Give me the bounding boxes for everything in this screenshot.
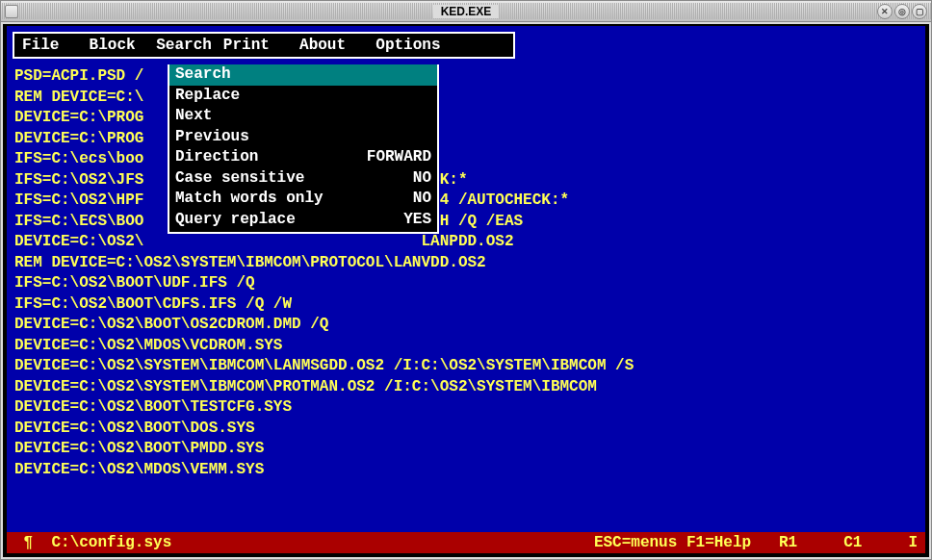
editor-line: DEVICE=C:\OS2\SYSTEM\IBMCOM\PROTMAN.OS2 … (14, 377, 918, 398)
dropdown-direction[interactable]: Direction FORWARD (169, 147, 437, 168)
status-filepath: C:\config.sys (51, 534, 171, 551)
dropdown-previous[interactable]: Previous (169, 127, 437, 148)
editor-line: REM DEVICE=C:\ (14, 88, 918, 109)
editor-line: DEVICE=C:\OS2\BOOT\OS2CDROM.DMD /Q (14, 315, 918, 336)
editor-line: IFS=C:\ecs\boo (14, 149, 918, 170)
menu-about[interactable]: About (275, 37, 351, 54)
editor-line: IFS=C:\OS2\BOOT\CDFS.IFS /Q /W (14, 294, 918, 316)
menu-block[interactable]: Block (65, 37, 141, 54)
status-right: ESC=menus F1=Help R1 C1 I (171, 532, 918, 553)
editor-line: DEVICE=C:\OS2\BOOT\PMDD.SYS (14, 439, 918, 460)
statusbar: ¶ C:\config.sys ESC=menus F1=Help R1 C1 … (7, 532, 925, 553)
editor-line: DEVICE=C:\PROG (14, 129, 918, 150)
window-title: KED.EXE (433, 5, 500, 18)
dropdown-search[interactable]: Search (169, 64, 437, 86)
status-row: R1 (779, 534, 797, 551)
editor-line: DEVICE=C:\OS2\ LANPDD.OS2 (14, 232, 918, 253)
menubar: File Block Search Print About Options (13, 32, 515, 59)
app-icon[interactable] (5, 5, 18, 18)
editor-line: DEVICE=C:\OS2\MDOS\VEMM.SYS (14, 460, 918, 481)
dropdown-replace[interactable]: Replace (169, 86, 437, 107)
editor-line: REM DEVICE=C:\OS2\SYSTEM\IBMCOM\PROTOCOL… (14, 253, 918, 274)
search-dropdown: Search Replace Next Previous Direction (168, 64, 439, 234)
dropdown-match-words[interactable]: Match words only NO (169, 189, 437, 210)
dropdown-query-replace[interactable]: Query replace YES (169, 210, 437, 231)
status-mode: I (908, 534, 918, 551)
editor-line: PSD=ACPI.PSD / (14, 66, 918, 88)
editor-line: DEVICE=C:\OS2\BOOT\TESTCFG.SYS (14, 397, 918, 419)
menu-search[interactable]: Search (142, 37, 218, 54)
status-help: ESC=menus F1=Help (594, 534, 751, 551)
close-button[interactable]: ▢ (912, 4, 927, 19)
terminal: File Block Search Print About Options Se… (3, 24, 929, 557)
editor-line: IFS=C:\OS2\HPF L:4 /AUTOCHECK:* (14, 191, 918, 212)
menu-file[interactable]: File (16, 37, 65, 54)
dropdown-case-sensitive[interactable]: Case sensitive NO (169, 168, 437, 190)
dropdown-next[interactable]: Next (169, 106, 437, 127)
status-col: C1 (843, 534, 862, 551)
editor-line: IFS=C:\ECS\BOO /H /Q /EAS (14, 212, 918, 233)
editor-line: IFS=C:\OS2\JFS ECK:* (14, 170, 918, 191)
editor-line: DEVICE=C:\OS2\BOOT\DOS.SYS (14, 419, 918, 440)
editor-line: IFS=C:\OS2\BOOT\UDF.IFS /Q (14, 273, 918, 294)
editor-line: DEVICE=C:\OS2\SYSTEM\IBMCOM\LANMSGDD.OS2… (14, 356, 918, 377)
minimize-button[interactable]: ✕ (877, 4, 893, 19)
editor-line: DEVICE=C:\PROG (14, 108, 918, 129)
menu-options[interactable]: Options (351, 37, 446, 54)
status-left: ¶ C:\config.sys (14, 532, 171, 553)
menu-print[interactable]: Print (218, 37, 275, 54)
pilcrow-icon: ¶ (24, 534, 34, 551)
editor-content[interactable]: Search Replace Next Previous Direction (7, 64, 925, 532)
editor-line: DEVICE=C:\OS2\MDOS\VCDROM.SYS (14, 336, 918, 357)
maximize-button[interactable]: ◎ (894, 4, 910, 19)
window-frame: KED.EXE ✕ ◎ ▢ File Block Search Print Ab… (0, 0, 932, 560)
titlebar-buttons: ✕ ◎ ▢ (877, 4, 927, 19)
titlebar: KED.EXE ✕ ◎ ▢ (1, 1, 931, 22)
